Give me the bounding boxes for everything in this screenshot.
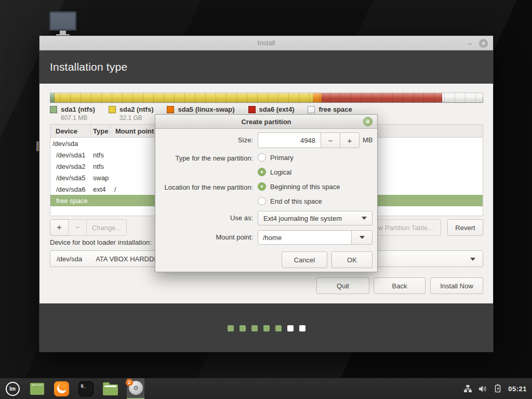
use-as-label: Use as:	[230, 214, 253, 222]
files-launcher[interactable]	[102, 378, 118, 399]
show-desktop-button[interactable]	[29, 378, 45, 399]
minimize-button[interactable]: –	[468, 41, 472, 46]
partition-segment-sda2	[55, 93, 313, 102]
progress-dot	[263, 325, 270, 331]
column-header-type[interactable]: Type	[91, 125, 110, 137]
chevron-down-icon	[360, 236, 365, 239]
add-partition-button[interactable]: +	[50, 219, 69, 236]
terminal-icon: $_	[78, 381, 94, 396]
notification-badge: 2	[126, 379, 133, 386]
partition-segment-free	[442, 93, 483, 102]
legend-swatch	[167, 106, 174, 113]
battery-charging-icon[interactable]	[494, 384, 502, 393]
radio-end[interactable]: End of this space	[258, 197, 322, 205]
remove-partition-button[interactable]: −	[68, 219, 87, 236]
ok-button[interactable]: OK	[331, 251, 373, 268]
mint-menu-button[interactable]: lm	[5, 378, 20, 399]
progress-dot	[251, 325, 258, 331]
mount-point-dropdown-button[interactable]	[351, 230, 373, 245]
legend-size: 32.1 GB	[119, 114, 154, 122]
mint-logo-icon: lm	[6, 382, 20, 396]
radio-checked-icon	[258, 182, 266, 191]
size-unit-label: MB	[363, 136, 373, 144]
install-now-button[interactable]: Install Now	[430, 277, 483, 294]
size-label: Size:	[238, 136, 253, 144]
radio-beginning[interactable]: Beginning of this space	[258, 182, 340, 191]
legend-size: 607.1 MB	[61, 114, 95, 122]
volume-icon[interactable]	[478, 384, 488, 393]
computer-desktop-icon[interactable]	[49, 11, 76, 37]
partition-segment-sda1	[50, 93, 55, 102]
cancel-button[interactable]: Cancel	[282, 251, 327, 268]
firefox-icon	[54, 381, 69, 396]
progress-dot	[228, 325, 234, 331]
progress-dots	[39, 325, 493, 331]
progress-dot	[287, 325, 294, 331]
column-header-device[interactable]: Device	[50, 125, 91, 137]
legend-swatch	[308, 106, 315, 113]
progress-dot	[240, 325, 246, 331]
partition-overview-bar	[50, 92, 483, 103]
wizard-footer	[39, 303, 493, 352]
firefox-launcher[interactable]	[54, 378, 69, 399]
page-header: Installation type	[39, 50, 493, 84]
dialog-close-button[interactable]: ✕	[363, 117, 373, 126]
clock[interactable]: 05:21	[508, 385, 527, 393]
page-title: Installation type	[39, 61, 127, 73]
taskbar: lm $_ 2	[0, 378, 532, 399]
legend-item: sda2 (ntfs) 32.1 GB	[109, 105, 154, 122]
bootloader-label: Device for boot loader installation:	[50, 238, 152, 246]
legend-swatch	[50, 106, 57, 113]
dialog-titlebar[interactable]: Create partition ✕	[155, 115, 377, 129]
progress-dot	[275, 325, 282, 331]
desktop: Install – ✕ Installation type sda1 (	[0, 0, 532, 399]
size-increment-button[interactable]: +	[340, 132, 360, 148]
chevron-down-icon	[470, 258, 475, 261]
partition-segment-sda6	[322, 93, 442, 102]
size-decrement-button[interactable]: −	[321, 132, 340, 148]
radio-icon	[258, 197, 266, 205]
revert-button[interactable]: Revert	[447, 219, 483, 236]
folder-icon	[103, 384, 118, 395]
change-partition-button[interactable]: Change...	[86, 219, 127, 236]
bootloader-device: /dev/sda	[57, 255, 82, 263]
radio-primary[interactable]: Primary	[258, 153, 294, 162]
create-partition-dialog: Create partition ✕ Size: 4948 − + MB Typ…	[155, 114, 378, 272]
chevron-down-icon	[362, 217, 367, 220]
use-as-dropdown[interactable]: Ext4 journaling file system	[258, 211, 373, 225]
legend-item: sda1 (ntfs) 607.1 MB	[50, 105, 95, 122]
back-button[interactable]: Back	[374, 277, 425, 294]
radio-checked-icon	[258, 168, 266, 176]
legend-swatch	[248, 106, 256, 113]
network-icon[interactable]	[463, 384, 472, 393]
size-input[interactable]: 4948	[258, 132, 321, 148]
dialog-title: Create partition	[241, 118, 291, 126]
radio-logical[interactable]: Logical	[258, 168, 291, 176]
type-label: Type for the new partition:	[175, 154, 253, 162]
progress-dot	[299, 325, 305, 331]
partition-segment-sda5	[313, 93, 322, 102]
mount-point-label: Mount point:	[216, 233, 253, 241]
terminal-launcher[interactable]: $_	[78, 378, 94, 399]
radio-icon	[258, 153, 266, 162]
window-titlebar[interactable]: Install – ✕	[39, 36, 493, 50]
show-desktop-icon	[30, 383, 44, 395]
location-label: Location for the new partition:	[164, 183, 253, 191]
legend-swatch	[109, 106, 116, 113]
mount-point-input[interactable]: /home	[258, 230, 352, 245]
quit-button[interactable]: Quit	[316, 277, 369, 294]
installer-taskbar-button[interactable]: 2	[127, 378, 144, 399]
close-button[interactable]: ✕	[479, 39, 488, 48]
monitor-icon	[49, 11, 76, 31]
window-title: Install	[258, 39, 275, 47]
